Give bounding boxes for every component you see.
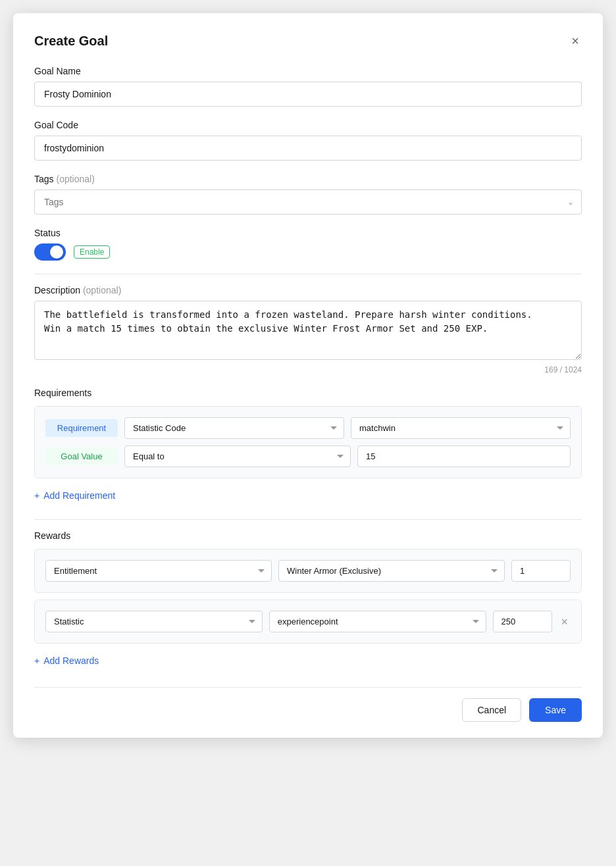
requirements-label: Requirements <box>34 388 582 398</box>
tags-wrapper: ⌄ <box>34 190 582 215</box>
toggle-slider <box>34 243 66 261</box>
reward-1-row: Entitlement Winter Armor (Exclusive) <box>45 560 571 582</box>
footer-row: Cancel Save <box>34 687 582 722</box>
requirement-row: Requirement Statistic Code matchwin <box>45 417 571 439</box>
requirements-box: Requirement Statistic Code matchwin Goal… <box>34 406 582 478</box>
goal-code-group: Goal Code <box>34 120 582 161</box>
reward-1-item-select[interactable]: Winter Armor (Exclusive) <box>278 560 505 582</box>
status-toggle[interactable] <box>34 243 66 261</box>
description-group: Description (optional) The battlefield i… <box>34 285 582 374</box>
enable-badge: Enable <box>74 245 110 259</box>
tags-input[interactable] <box>34 190 582 215</box>
requirements-section: Requirements Requirement Statistic Code … <box>34 388 582 506</box>
statistic-code-select[interactable]: Statistic Code <box>124 417 344 439</box>
goal-name-group: Goal Name <box>34 66 582 107</box>
requirement-badge: Requirement <box>45 419 118 437</box>
reward-2-box: Statistic experiencepoint × <box>34 599 582 644</box>
modal-title: Create Goal <box>34 34 108 49</box>
equal-to-select[interactable]: Equal to <box>124 446 351 467</box>
description-textarea[interactable]: The battlefield is transformed into a fr… <box>34 301 582 360</box>
plus-icon: + <box>34 490 39 501</box>
rewards-section: Rewards Entitlement Winter Armor (Exclus… <box>34 530 582 671</box>
matchwin-select[interactable]: matchwin <box>351 417 571 439</box>
rewards-label: Rewards <box>34 530 582 541</box>
description-optional: (optional) <box>83 285 121 295</box>
add-rewards-button[interactable]: + Add Rewards <box>34 650 99 671</box>
reward-2-value-input[interactable] <box>493 611 552 632</box>
reward-2-item-select[interactable]: experiencepoint <box>269 611 486 632</box>
close-button[interactable]: × <box>569 32 582 50</box>
tags-label: Tags (optional) <box>34 174 582 184</box>
status-row: Enable <box>34 243 582 261</box>
goal-value-badge: Goal Value <box>45 447 118 465</box>
goal-code-label: Goal Code <box>34 120 582 130</box>
reward-1-value-input[interactable] <box>511 560 571 582</box>
description-label: Description (optional) <box>34 285 582 295</box>
tags-optional: (optional) <box>56 174 94 184</box>
goal-name-label: Goal Name <box>34 66 582 76</box>
reward-2-remove-button[interactable]: × <box>559 613 571 630</box>
plus-icon-rewards: + <box>34 655 39 666</box>
reward-1-box: Entitlement Winter Armor (Exclusive) <box>34 549 582 593</box>
tags-group: Tags (optional) ⌄ <box>34 174 582 215</box>
status-label: Status <box>34 228 582 238</box>
cancel-button[interactable]: Cancel <box>462 698 521 722</box>
modal-header: Create Goal × <box>34 32 582 50</box>
goal-name-input[interactable] <box>34 82 582 107</box>
rewards-divider <box>34 519 582 520</box>
save-button[interactable]: Save <box>529 698 582 722</box>
goal-code-input[interactable] <box>34 136 582 161</box>
create-goal-modal: Create Goal × Goal Name Goal Code Tags (… <box>13 13 603 738</box>
divider <box>34 274 582 274</box>
goal-value-row: Goal Value Equal to <box>45 446 571 467</box>
add-requirement-button[interactable]: + Add Requirement <box>34 485 115 506</box>
status-group: Status Enable <box>34 228 582 261</box>
reward-2-row: Statistic experiencepoint × <box>45 611 571 632</box>
reward-2-type-select[interactable]: Statistic <box>45 611 263 632</box>
char-count: 169 / 1024 <box>34 365 582 374</box>
goal-value-input[interactable] <box>357 446 571 467</box>
reward-1-type-select[interactable]: Entitlement <box>45 560 272 582</box>
